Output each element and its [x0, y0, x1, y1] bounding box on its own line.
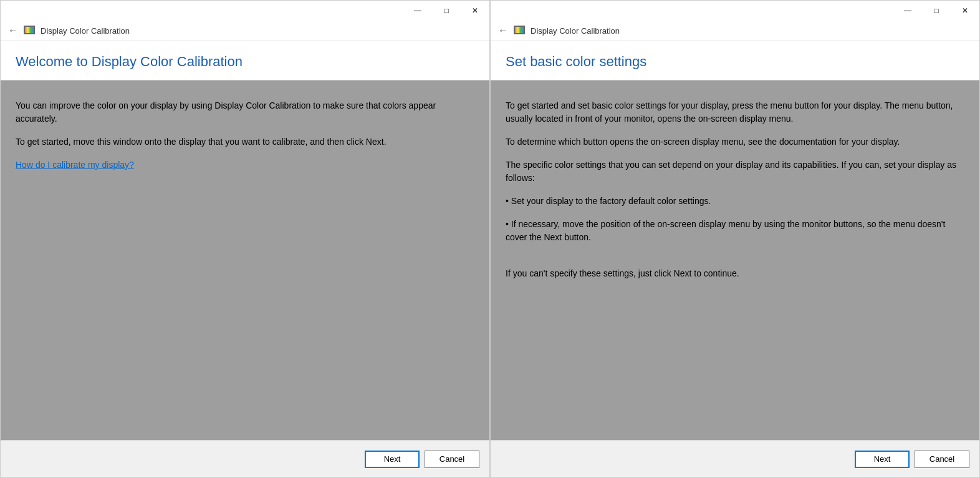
- page-title-bar-1: Welcome to Display Color Calibration: [1, 41, 489, 80]
- next-button-1[interactable]: Next: [365, 451, 420, 468]
- help-link-1[interactable]: How do I calibrate my display?: [16, 160, 134, 170]
- content-p3: The specific color settings that you can…: [506, 159, 964, 185]
- app-header-2: ← Display Color Calibration: [491, 21, 979, 41]
- title-bar-2: — □ ✕: [491, 1, 979, 21]
- title-bar-controls-2: — □ ✕: [893, 1, 979, 21]
- content-p2: To determine which button opens the on-s…: [506, 135, 964, 149]
- close-button-2[interactable]: ✕: [951, 1, 979, 21]
- page-title-2: Set basic color settings: [506, 54, 964, 70]
- app-title-1: Display Color Calibration: [41, 26, 130, 36]
- content-bullet2: • If necessary, move the position of the…: [506, 218, 964, 244]
- app-icon-1: [23, 24, 36, 37]
- content-paragraph-1: You can improve the color on your displa…: [16, 99, 474, 125]
- content-bullet1: • Set your display to the factory defaul…: [506, 195, 964, 208]
- window-2: — □ ✕ ← Display Color Calibration Set ba…: [490, 0, 980, 478]
- next-button-2[interactable]: Next: [855, 451, 910, 468]
- footer-2: Next Cancel: [491, 440, 979, 477]
- minimize-button-1[interactable]: —: [403, 1, 432, 21]
- cancel-button-2[interactable]: Cancel: [915, 451, 969, 468]
- content-area-2: To get started and set basic color setti…: [491, 80, 979, 440]
- page-title-bar-2: Set basic color settings: [491, 41, 979, 80]
- calibration-icon-2: [513, 24, 526, 37]
- maximize-button-1[interactable]: □: [432, 1, 461, 21]
- app-icon-2: [513, 24, 526, 37]
- window-1: — □ ✕ ← Display Color Calibration Welcom…: [0, 0, 490, 478]
- title-bar-controls-1: — □ ✕: [403, 1, 489, 21]
- content-area-1: You can improve the color on your displa…: [1, 80, 489, 440]
- back-arrow-2[interactable]: ←: [498, 25, 508, 36]
- app-title-2: Display Color Calibration: [531, 26, 620, 36]
- minimize-button-2[interactable]: —: [893, 1, 922, 21]
- close-button-1[interactable]: ✕: [461, 1, 489, 21]
- content-p1: To get started and set basic color setti…: [506, 99, 964, 125]
- content-paragraph-2: To get started, move this window onto th…: [16, 135, 474, 149]
- back-arrow-1[interactable]: ←: [8, 25, 18, 36]
- page-title-1: Welcome to Display Color Calibration: [16, 54, 474, 70]
- title-bar-1: — □ ✕: [1, 1, 489, 21]
- footer-1: Next Cancel: [1, 440, 489, 477]
- app-header-1: ← Display Color Calibration: [1, 21, 489, 41]
- content-p4: If you can't specify these settings, jus…: [506, 267, 964, 280]
- calibration-icon-1: [23, 24, 36, 37]
- cancel-button-1[interactable]: Cancel: [425, 451, 479, 468]
- maximize-button-2[interactable]: □: [922, 1, 951, 21]
